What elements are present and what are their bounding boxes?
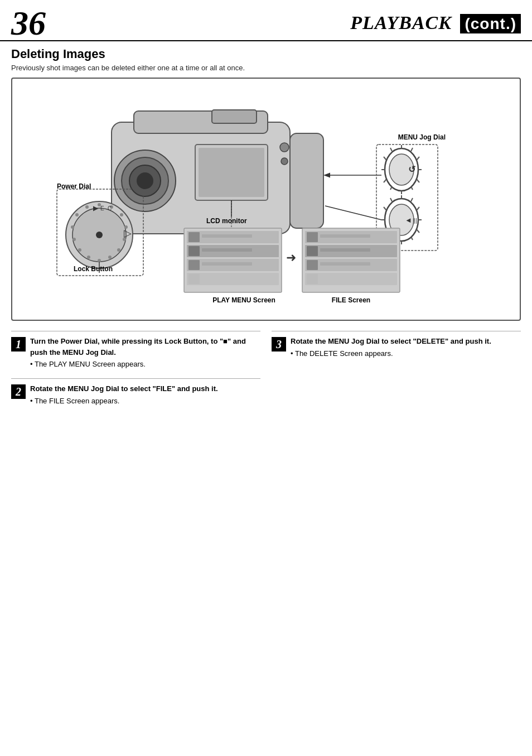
svg-rect-80 xyxy=(202,248,252,252)
svg-line-15 xyxy=(417,157,419,160)
play-menu-screen-label: PLAY MENU Screen xyxy=(195,296,293,304)
svg-point-5 xyxy=(137,172,153,189)
divider-2 xyxy=(11,378,260,379)
svg-point-62 xyxy=(75,213,79,216)
svg-line-24 xyxy=(411,186,413,190)
svg-line-44 xyxy=(325,206,381,220)
page-title: PLAYBACK (cont.) xyxy=(350,12,521,33)
svg-point-55 xyxy=(117,248,120,252)
svg-line-33 xyxy=(390,198,392,201)
lcd-monitor-label: LCD monitor xyxy=(206,217,247,225)
svg-rect-7 xyxy=(199,148,264,197)
svg-text:E: E xyxy=(100,205,104,211)
page-header: 36 PLAYBACK (cont.) xyxy=(0,0,532,41)
step-1: 1 Turn the Power Dial, while pressing it… xyxy=(11,336,260,368)
svg-point-49 xyxy=(96,232,103,238)
svg-line-16 xyxy=(411,148,413,151)
file-screen-label: FILE Screen xyxy=(308,296,394,304)
svg-rect-92 xyxy=(320,234,370,238)
step-3-content: Rotate the MENU Jog Dial to select "DELE… xyxy=(291,336,491,358)
camera-area: ↺ ◄ ||| xyxy=(22,89,510,312)
svg-rect-9 xyxy=(212,110,257,123)
step-2-instruction: Rotate the MENU Jog Dial to select "FILE… xyxy=(30,383,218,394)
svg-text:◄: ◄ xyxy=(405,216,412,224)
svg-point-10 xyxy=(280,143,289,152)
svg-point-52 xyxy=(120,213,123,216)
camera-diagram: ↺ ◄ ||| xyxy=(22,89,507,309)
svg-text:▷: ▷ xyxy=(124,228,132,239)
svg-line-39 xyxy=(411,237,413,240)
svg-rect-79 xyxy=(202,234,252,238)
svg-point-59 xyxy=(78,248,81,252)
svg-line-30 xyxy=(417,207,419,210)
svg-line-19 xyxy=(384,157,386,160)
svg-rect-77 xyxy=(188,260,200,270)
svg-text:|||: ||| xyxy=(413,218,417,224)
step-2-bullet: The FILE Screen appears. xyxy=(30,397,218,405)
step-1-content: Turn the Power Dial, while pressing its … xyxy=(30,336,260,368)
svg-rect-75 xyxy=(188,232,200,242)
step-3-number: 3 xyxy=(272,337,286,351)
svg-point-60 xyxy=(72,238,76,241)
page-number: 36 xyxy=(11,6,46,40)
step-1-instruction: Turn the Power Dial, while pressing its … xyxy=(30,336,260,358)
svg-rect-87 xyxy=(305,273,397,285)
svg-line-25 xyxy=(417,179,419,182)
svg-text:➜: ➜ xyxy=(286,251,296,264)
illustration-box: ↺ ◄ ||| xyxy=(11,78,521,321)
svg-line-21 xyxy=(384,179,386,182)
svg-line-22 xyxy=(390,186,392,190)
svg-rect-94 xyxy=(320,262,370,266)
svg-rect-76 xyxy=(188,246,200,256)
step-col-right: 3 Rotate the MENU Jog Dial to select "DE… xyxy=(272,331,521,415)
svg-text:↺: ↺ xyxy=(408,165,415,174)
section-subtitle: Previously shot images can be deleted ei… xyxy=(0,62,532,78)
playback-label: PLAYBACK xyxy=(350,12,452,33)
svg-rect-89 xyxy=(307,246,318,256)
step-1-number: 1 xyxy=(11,337,26,351)
section-title: Deleting Images xyxy=(0,45,532,62)
svg-point-63 xyxy=(85,205,89,209)
step-2-content: Rotate the MENU Jog Dial to select "FILE… xyxy=(30,383,218,405)
svg-rect-90 xyxy=(307,260,318,270)
svg-rect-93 xyxy=(320,248,370,252)
step-col-left: 1 Turn the Power Dial, while pressing it… xyxy=(11,331,272,415)
step-3-instruction: Rotate the MENU Jog Dial to select "DELE… xyxy=(291,336,491,347)
cont-label: (cont.) xyxy=(460,14,521,33)
svg-rect-88 xyxy=(307,232,318,242)
svg-line-34 xyxy=(384,207,386,210)
svg-rect-78 xyxy=(188,274,200,284)
menu-jog-dial-label: MENU Jog Dial xyxy=(398,133,446,141)
svg-rect-81 xyxy=(202,262,252,266)
step-3: 3 Rotate the MENU Jog Dial to select "DE… xyxy=(272,336,521,358)
svg-line-40 xyxy=(417,229,419,233)
step-2-number: 2 xyxy=(11,384,26,399)
svg-point-58 xyxy=(87,256,90,259)
svg-point-56 xyxy=(108,256,112,259)
svg-rect-74 xyxy=(187,273,279,285)
step-1-bullet: The PLAY MENU Screen appears. xyxy=(30,360,260,368)
lock-button-label: Lock Button xyxy=(74,265,113,273)
svg-rect-91 xyxy=(307,274,318,284)
step-3-bullet: The DELETE Screen appears. xyxy=(291,349,491,358)
svg-point-61 xyxy=(71,225,74,229)
step-2: 2 Rotate the MENU Jog Dial to select "FI… xyxy=(11,383,260,405)
svg-line-18 xyxy=(390,148,392,151)
steps-area: 1 Turn the Power Dial, while pressing it… xyxy=(0,331,532,415)
divider-1 xyxy=(11,331,260,331)
divider-3 xyxy=(272,331,521,331)
svg-text:C: C xyxy=(108,205,112,211)
power-dial-label: Power Dial xyxy=(57,182,91,190)
svg-line-31 xyxy=(411,198,413,201)
svg-point-11 xyxy=(281,158,288,165)
svg-rect-8 xyxy=(290,133,323,228)
